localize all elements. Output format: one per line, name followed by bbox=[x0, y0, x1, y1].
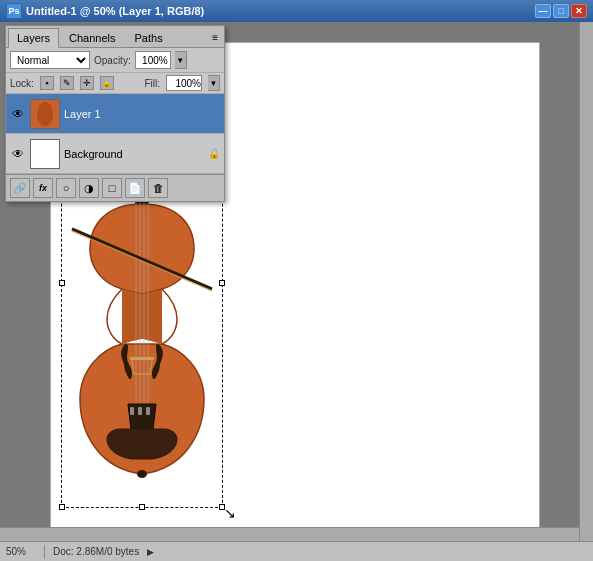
status-expand-arrow[interactable]: ▶ bbox=[147, 547, 154, 557]
layers-tabs: Layers Channels Paths ≡ bbox=[6, 26, 224, 48]
layers-list: 👁 Layer 1 👁 Background 🔒 bbox=[6, 94, 224, 174]
lock-position-icon[interactable]: ✛ bbox=[80, 76, 94, 90]
tab-layers[interactable]: Layers bbox=[8, 28, 59, 48]
lock-label: Lock: bbox=[10, 78, 34, 89]
svg-rect-15 bbox=[130, 407, 134, 415]
lock-image-icon[interactable]: ✎ bbox=[60, 76, 74, 90]
layers-panel: Layers Channels Paths ≡ Normal Dissolve … bbox=[5, 25, 225, 202]
svg-rect-10 bbox=[130, 357, 154, 360]
close-button[interactable]: ✕ bbox=[571, 4, 587, 18]
background-lock-icon: 🔒 bbox=[208, 148, 220, 159]
opacity-arrow[interactable]: ▼ bbox=[175, 51, 187, 69]
maximize-button[interactable]: □ bbox=[553, 4, 569, 18]
lock-transparent-icon[interactable]: ▪ bbox=[40, 76, 54, 90]
vertical-scrollbar[interactable] bbox=[579, 22, 593, 541]
opacity-input[interactable]: 100% bbox=[135, 51, 171, 69]
layer-row-background[interactable]: 👁 Background 🔒 bbox=[6, 134, 224, 174]
blend-mode-select[interactable]: Normal Dissolve Multiply Screen bbox=[10, 51, 90, 69]
tab-channels[interactable]: Channels bbox=[60, 28, 124, 47]
link-layers-button[interactable]: 🔗 bbox=[10, 178, 30, 198]
svg-rect-23 bbox=[31, 140, 59, 168]
background-thumbnail bbox=[30, 139, 60, 169]
resize-cursor-icon: ↘ bbox=[224, 505, 236, 521]
svg-point-18 bbox=[137, 470, 147, 478]
svg-rect-17 bbox=[146, 407, 150, 415]
opacity-label: Opacity: bbox=[94, 55, 131, 66]
window-title: Untitled-1 @ 50% (Layer 1, RGB/8) bbox=[26, 5, 204, 17]
horizontal-scrollbar[interactable] bbox=[0, 527, 579, 541]
adjustment-button[interactable]: ◑ bbox=[79, 178, 99, 198]
fx-button[interactable]: fx bbox=[33, 178, 53, 198]
fill-input[interactable] bbox=[166, 75, 202, 91]
layers-toolbar: 🔗 fx ○ ◑ □ 📄 🗑 bbox=[6, 174, 224, 201]
panel-menu-button[interactable]: ≡ bbox=[208, 30, 222, 45]
background-name: Background bbox=[64, 148, 204, 160]
svg-point-22 bbox=[37, 102, 53, 126]
tab-paths[interactable]: Paths bbox=[126, 28, 172, 47]
zoom-level: 50% bbox=[6, 546, 36, 557]
new-layer-button[interactable]: 📄 bbox=[125, 178, 145, 198]
new-group-button[interactable]: □ bbox=[102, 178, 122, 198]
svg-rect-16 bbox=[138, 407, 142, 415]
title-bar: Ps Untitled-1 @ 50% (Layer 1, RGB/8) — □… bbox=[0, 0, 593, 22]
fill-arrow[interactable]: ▼ bbox=[208, 75, 220, 91]
delete-layer-button[interactable]: 🗑 bbox=[148, 178, 168, 198]
background-visibility-toggle[interactable]: 👁 bbox=[10, 146, 26, 162]
lock-all-icon[interactable]: 🔒 bbox=[100, 76, 114, 90]
doc-info: Doc: 2.86M/0 bytes bbox=[53, 546, 139, 557]
add-mask-button[interactable]: ○ bbox=[56, 178, 76, 198]
layer-row-layer1[interactable]: 👁 Layer 1 bbox=[6, 94, 224, 134]
layer1-thumbnail bbox=[30, 99, 60, 129]
fill-label: Fill: bbox=[144, 78, 160, 89]
status-divider bbox=[44, 545, 45, 559]
layer1-visibility-toggle[interactable]: 👁 bbox=[10, 106, 26, 122]
window-controls: — □ ✕ bbox=[535, 4, 587, 18]
app-icon: Ps bbox=[6, 3, 22, 19]
layer1-name: Layer 1 bbox=[64, 108, 220, 120]
status-bar: 50% Doc: 2.86M/0 bytes ▶ bbox=[0, 541, 593, 561]
lock-fill-controls: Lock: ▪ ✎ ✛ 🔒 Fill: ▼ bbox=[6, 73, 224, 94]
minimize-button[interactable]: — bbox=[535, 4, 551, 18]
blend-opacity-controls: Normal Dissolve Multiply Screen Opacity:… bbox=[6, 48, 224, 73]
